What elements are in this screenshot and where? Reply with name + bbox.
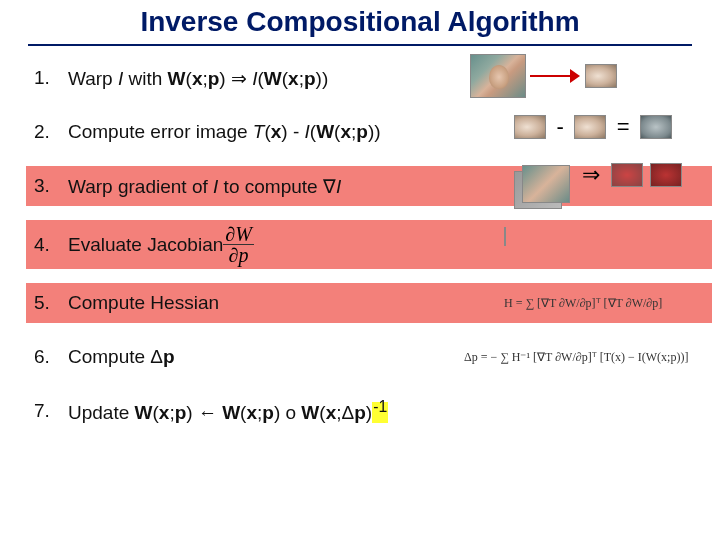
slide-title: Inverse Compositional Algorithm	[28, 6, 692, 38]
template-patch-thumb	[514, 115, 546, 139]
warped-patch-thumb	[574, 115, 606, 139]
step-number: 4.	[34, 234, 60, 256]
step4-illustration	[504, 228, 506, 246]
jacobian-fraction: ∂W∂p	[223, 224, 254, 265]
step3-illustration: ⇒	[514, 162, 682, 188]
deltap-eq: Δp = − ∑ H⁻¹ [∇T ∂W/∂p]ᵀ [T(x) − I(W(x;p…	[464, 350, 688, 364]
step-number: 6.	[34, 346, 60, 368]
step-number: 3.	[34, 175, 60, 197]
step-text: Warp gradient of I to compute ∇I	[68, 175, 341, 198]
jacobian-vis	[504, 227, 506, 246]
implies-symbol: ⇒	[582, 162, 600, 188]
minus-symbol: -	[556, 114, 563, 140]
step-text: Compute Δp	[68, 346, 175, 368]
warped-patch-thumb	[585, 64, 617, 88]
arrow-icon	[530, 69, 580, 83]
step-text: Compute Hessian	[68, 292, 219, 314]
title-rule	[28, 44, 692, 46]
equals-symbol: =	[617, 114, 630, 140]
slide: Inverse Compositional Algorithm 1. Warp …	[0, 0, 720, 540]
step2-illustration: - =	[514, 114, 672, 140]
step-4: 4. Evaluate Jacobian ∂W∂p	[34, 224, 708, 265]
step-number: 7.	[34, 400, 60, 422]
error-patch-thumb	[640, 115, 672, 139]
step-list: 1. Warp I with W(x;p) ⇒ I(W(x;p)) 2. Com…	[34, 62, 708, 427]
step-text: Update W(x;p) ← W(x;p) o W(x;Δp)-1	[68, 398, 388, 424]
step-1: 1. Warp I with W(x;p) ⇒ I(W(x;p))	[34, 62, 708, 94]
step-2: 2. Compute error image T(x) - I(W(x;p)) …	[34, 116, 708, 148]
step-6: 6. Compute Δp Δp = − ∑ H⁻¹ [∇T ∂W/∂p]ᵀ […	[34, 341, 708, 373]
step-text: Compute error image T(x) - I(W(x;p))	[68, 121, 381, 143]
step-3: 3. Warp gradient of I to compute ∇I ⇒	[34, 170, 708, 202]
step-5: 5. Compute Hessian H = ∑ [∇T ∂W/∂p]ᵀ [∇T…	[34, 287, 708, 319]
face-thumb	[470, 54, 526, 98]
deltap-formula: Δp = − ∑ H⁻¹ [∇T ∂W/∂p]ᵀ [T(x) − I(W(x;p…	[464, 347, 688, 365]
step-text: Evaluate Jacobian	[68, 234, 223, 256]
step-number: 2.	[34, 121, 60, 143]
step-number: 1.	[34, 67, 60, 89]
gradx-thumb	[611, 163, 643, 187]
step-number: 5.	[34, 292, 60, 314]
hessian-formula: H = ∑ [∇T ∂W/∂p]ᵀ [∇T ∂W/∂p]	[504, 293, 662, 311]
grady-thumb	[650, 163, 682, 187]
step-text: Warp I with W(x;p) ⇒ I(W(x;p))	[68, 67, 328, 90]
step1-illustration	[470, 54, 617, 98]
step-7: 7. Update W(x;p) ← W(x;p) o W(x;Δp)-1	[34, 395, 708, 427]
hessian-eq: H = ∑ [∇T ∂W/∂p]ᵀ [∇T ∂W/∂p]	[504, 296, 662, 310]
